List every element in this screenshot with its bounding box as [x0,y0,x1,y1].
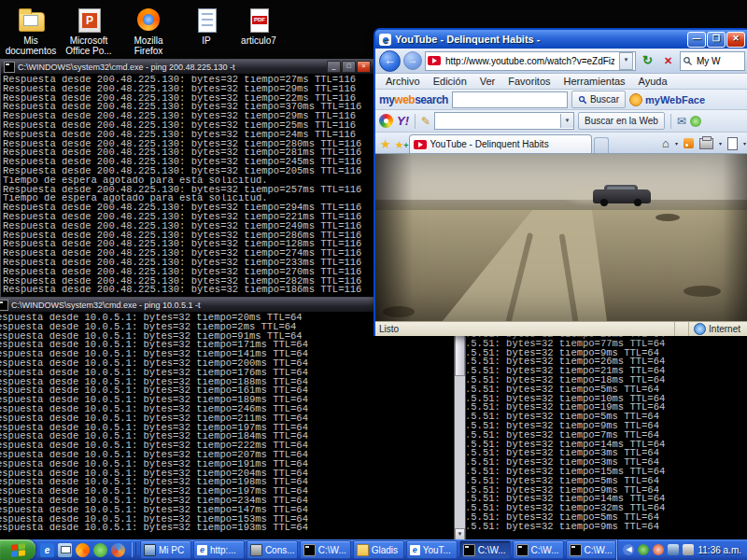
address-input[interactable] [444,55,616,67]
taskbar-button-consola[interactable]: Cons... [247,540,298,559]
yahoo-icon[interactable]: Y! [397,114,409,128]
address-bar[interactable]: ▼ [425,51,636,71]
stop-button[interactable]: ✕ [659,51,677,71]
cmd-window-title: C:\WINDOWS\system32\cmd.exe - ping 200.4… [18,63,324,72]
page-icon[interactable] [727,137,738,150]
cmd-output-line: espuesta desde 10.0.5.1: bytes=32 tiempo… [0,396,455,405]
quick-launch-firefox-icon[interactable] [76,543,90,557]
desktop: Mis documentos P Microsoft Office Po... … [0,0,747,560]
mywebsearch-buscar-button[interactable]: Buscar [571,91,626,108]
taskbar-button-youtube[interactable]: eYouT... [406,540,458,559]
menu-archivo[interactable]: Archivo [379,76,427,87]
feeds-icon[interactable] [684,138,694,148]
cmd-output-line: Respuesta desde 200.48.225.130: bytes=32… [3,131,374,140]
add-favorite-icon[interactable]: ★ [395,136,407,153]
desktop-icon-mis-documentos[interactable]: Mis documentos [2,6,60,56]
pencil-icon[interactable]: ✎ [421,115,430,128]
page-dropdown-icon[interactable]: ▾ [743,140,746,147]
cmd-output-line: Respuesta desde 200.48.225.130: bytes=32… [3,222,374,231]
status-zone: Internet [688,322,745,336]
start-button[interactable] [0,539,35,560]
cmd-icon [516,544,529,556]
menu-ver[interactable]: Ver [473,76,502,87]
mail-icon[interactable]: ✉ [677,115,686,128]
menu-edicion[interactable]: Edición [427,76,473,87]
tray-alert-icon[interactable] [653,544,664,555]
cmd-window-ping-10-0-5-51[interactable]: .5.51: bytes=32 tiempo=20ms TTL=64.5.51:… [458,308,747,539]
cmd-output-line: Respuesta desde 200.48.225.130: bytes=32… [3,103,374,112]
close-button[interactable]: × [357,61,371,73]
task-buttons: Mi PC ehttp:... Cons... C:\W... Gladis e… [138,540,616,559]
cmd-output-line: espuesta desde 10.0.5.1: bytes=32 tiempo… [0,515,455,525]
cmd-output-line: Respuesta desde 200.48.225.130: bytes=32… [3,259,374,268]
home-dropdown-icon[interactable]: ▾ [675,140,678,147]
mywebface-button[interactable]: myWebFace [629,93,705,106]
menu-favoritos[interactable]: Favoritos [501,76,557,87]
browser-title-bar[interactable]: e YouTube - Delinquent Habits - — ❐ ✕ [375,30,747,49]
refresh-button[interactable]: ↻ [639,51,656,71]
taskbar-clock[interactable]: 11:36 a.m. [698,545,741,555]
search-box[interactable] [680,51,745,71]
tray-antivirus-icon[interactable] [638,544,649,555]
taskbar-button-mi-pc[interactable]: Mi PC [140,540,191,559]
cmd-output-line: espuesta desde 10.0.5.1: bytes=32 tiempo… [0,432,455,441]
cmd-output-line: espuesta desde 10.0.5.1: bytes=32 tiempo… [0,469,455,479]
scrollbar[interactable]: ▲ ▼ [454,312,465,540]
menu-ayuda[interactable]: Ayuda [632,76,674,87]
cmd-title-bar[interactable]: C:\WINDOWS\system32\cmd.exe - ping 200.4… [1,60,374,74]
taskbar-button-cmd-1[interactable]: C:\W... [300,540,351,559]
messenger-icon[interactable] [690,116,701,127]
taskbar-button-cmd-3[interactable]: C:\W... [513,540,564,559]
tray-network-icon[interactable] [668,544,679,555]
desktop-icon-ip[interactable]: IP [177,6,235,46]
maximize-button[interactable]: ❐ [707,32,726,48]
favorites-star-icon[interactable]: ★ [378,136,393,153]
quick-launch-ie-icon[interactable]: e [40,543,54,557]
tray-volume-icon[interactable] [683,544,694,555]
taskbar-button-cmd-2[interactable]: C:\W... [459,540,511,559]
print-icon[interactable] [699,138,713,149]
quick-launch-show-desktop-icon[interactable] [58,543,72,557]
desktop-icon-firefox[interactable]: Mozilla Firefox [120,6,177,56]
forward-button[interactable]: → [403,51,422,70]
buscar-en-la-web-button[interactable]: Buscar en la Web [578,112,665,130]
cmd-window-title: C:\WINDOWS\system32\cmd.exe - ping 10.0.… [11,301,416,310]
browser-window[interactable]: e YouTube - Delinquent Habits - — ❐ ✕ ← … [374,28,747,336]
cmd-output-line: .5.51: bytes=32 tiempo=5ms TTL=64 [465,513,747,523]
search-input[interactable] [695,55,736,67]
folder-icon [357,544,369,556]
tray-chevron-icon[interactable]: ◀ [623,544,634,555]
close-button[interactable]: ✕ [726,32,745,48]
tab-youtube[interactable]: YouTube - Delinquent Habits [409,134,592,153]
combo-dropdown-icon[interactable]: ▼ [560,114,573,128]
cmd-output-line: Respuesta desde 200.48.225.130: bytes=32… [3,167,374,176]
mywebsearch-input[interactable] [452,91,568,108]
taskbar: e Mi PC ehttp:... Cons... C:\W... Gladis… [0,539,747,560]
quick-launch-media-player-icon[interactable] [111,543,125,557]
taskbar-button-cmd-4[interactable]: C:\W... [566,540,617,559]
address-dropdown-button[interactable]: ▼ [619,52,633,70]
toolbar-search-combo[interactable]: ▼ [434,112,574,130]
taskbar-button-http[interactable]: ehttp:... [193,540,245,559]
cmd-output-line: espuesta desde 10.0.5.1: bytes=32 tiempo… [0,359,455,369]
toolbar-logo-icon[interactable] [379,114,393,128]
cmd-window-ping-200-48-225-130[interactable]: C:\WINDOWS\system32\cmd.exe - ping 200.4… [0,59,374,300]
home-icon[interactable]: ⌂ [662,136,669,150]
computer-icon [144,544,156,556]
maximize-button[interactable]: □ [342,61,356,73]
desktop-icon-articulo7[interactable]: PDF articulo7 [230,6,288,46]
video-player[interactable] [375,154,747,321]
pdf-icon: PDF [245,6,273,34]
desktop-icon-powerpoint[interactable]: P Microsoft Office Po... [60,6,118,56]
back-button[interactable]: ← [379,50,401,72]
system-tray: ◀ 11:36 a.m. [616,539,747,560]
cmd-output-line: Respuesta desde 200.48.225.130: bytes=32… [3,186,374,195]
menu-herramientas[interactable]: Herramientas [557,76,632,87]
windows-flag-icon [11,543,25,557]
taskbar-button-gladis[interactable]: Gladis [353,540,404,559]
print-dropdown-icon[interactable]: ▾ [719,140,722,147]
minimize-button[interactable]: _ [327,61,341,73]
minimize-button[interactable]: — [687,32,706,48]
new-tab-button[interactable] [594,137,609,153]
quick-launch-messenger-icon[interactable] [93,543,107,557]
